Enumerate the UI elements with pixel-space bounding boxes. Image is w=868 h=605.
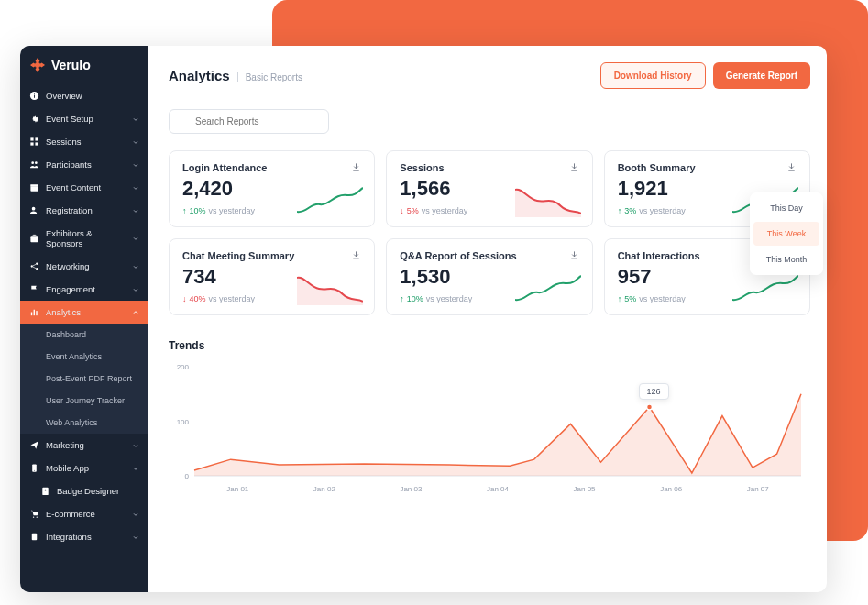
- svg-rect-7: [35, 142, 38, 145]
- sidebar-item-event-content[interactable]: Event Content: [20, 176, 148, 199]
- page-title: Analytics: [169, 68, 230, 83]
- chevron-down-icon: [132, 465, 139, 472]
- sidebar-item-registration[interactable]: Registration: [20, 199, 148, 222]
- svg-point-9: [35, 161, 38, 164]
- sidebar-item-badge-designer[interactable]: Badge Designer: [20, 479, 148, 502]
- sub-item-dashboard[interactable]: Dashboard: [20, 324, 148, 346]
- send-icon: [29, 440, 39, 450]
- kpi-card[interactable]: Login Attendance 2,420 ↑ 10% vs yesterda…: [169, 150, 375, 227]
- sidebar-item-networking[interactable]: Networking: [20, 255, 148, 278]
- sparkline-up-icon: [732, 274, 798, 305]
- svg-rect-27: [32, 534, 38, 540]
- chevron-down-icon: [132, 511, 139, 518]
- sidebar-item-sessions[interactable]: Sessions: [20, 130, 148, 153]
- svg-text:Jan 05: Jan 05: [574, 485, 597, 493]
- svg-point-25: [33, 516, 34, 517]
- sparkline-down-icon: [297, 274, 363, 305]
- svg-rect-19: [34, 310, 35, 315]
- svg-rect-14: [30, 236, 38, 242]
- share-icon: [29, 261, 39, 271]
- svg-text:200: 200: [177, 363, 190, 371]
- chevron-down-icon: [132, 534, 139, 541]
- popover-option-month[interactable]: This Month: [750, 248, 823, 271]
- sidebar-item-label: Participants: [46, 160, 126, 170]
- search-input[interactable]: [169, 109, 329, 134]
- sidebar-item-exhibitors[interactable]: Exhibitors & Sponsors: [20, 222, 148, 255]
- delta-pct: 5%: [407, 206, 419, 215]
- download-history-button[interactable]: Download History: [600, 62, 706, 89]
- people-icon: [29, 160, 39, 170]
- card-title: Chat Interactions: [618, 250, 700, 261]
- logo[interactable]: Verulo: [20, 46, 148, 84]
- sidebar-item-label: Badge Designer: [57, 486, 139, 496]
- chevron-down-icon: [132, 184, 139, 192]
- chevron-down-icon: [132, 263, 139, 270]
- svg-point-33: [647, 404, 653, 410]
- sidebar-item-label: Mobile App: [46, 463, 126, 473]
- delta-pct: 40%: [190, 294, 206, 303]
- info-icon: [29, 91, 39, 101]
- svg-text:Jan 07: Jan 07: [747, 485, 770, 493]
- sidebar-item-label: Networking: [46, 261, 126, 271]
- chevron-down-icon: [132, 116, 139, 123]
- svg-point-22: [34, 470, 35, 471]
- kpi-card[interactable]: Sessions 1,566 ↓ 5% vs yesterday: [386, 150, 592, 227]
- sidebar-item-overview[interactable]: Overview: [20, 84, 148, 107]
- sub-item-web-analytics[interactable]: Web Analytics: [20, 412, 148, 434]
- svg-point-26: [37, 516, 38, 517]
- delta-vs: vs yesterday: [209, 206, 256, 215]
- svg-text:Jan 06: Jan 06: [660, 485, 683, 493]
- svg-rect-5: [35, 138, 38, 140]
- sidebar-item-participants[interactable]: Participants: [20, 153, 148, 176]
- page-subtitle: Basic Reports: [237, 72, 302, 82]
- sidebar-item-marketing[interactable]: Marketing: [20, 434, 148, 456]
- sidebar-item-mobile-app[interactable]: Mobile App: [20, 456, 148, 479]
- sidebar-item-integrations[interactable]: Integrations: [20, 525, 148, 548]
- svg-text:Jan 04: Jan 04: [487, 485, 510, 493]
- sub-item-user-journey[interactable]: User Journey Tracker: [20, 390, 148, 412]
- kpi-card[interactable]: Q&A Report of Sessions 1,530 ↑ 10% vs ye…: [386, 238, 592, 315]
- download-icon[interactable]: [351, 250, 361, 260]
- kpi-card[interactable]: Chat Meeting Summary 734 ↓ 40% vs yester…: [169, 238, 375, 315]
- arrow-up-icon: ↑: [182, 206, 187, 215]
- chevron-down-icon: [132, 286, 139, 293]
- download-icon[interactable]: [786, 162, 797, 172]
- download-icon[interactable]: [569, 250, 579, 260]
- sidebar-item-analytics[interactable]: Analytics: [20, 301, 148, 324]
- delta-pct: 5%: [624, 294, 636, 303]
- flag-icon: [29, 284, 39, 294]
- svg-text:0: 0: [185, 472, 190, 480]
- download-icon[interactable]: [351, 162, 361, 172]
- sidebar-item-label: Exhibitors & Sponsors: [46, 228, 126, 248]
- svg-text:Jan 02: Jan 02: [313, 485, 336, 493]
- sub-item-post-event-pdf[interactable]: Post-Event PDF Report: [20, 368, 148, 390]
- svg-point-8: [31, 161, 34, 164]
- time-range-popover: This Day This Week This Month: [750, 192, 823, 275]
- arrow-up-icon: ↑: [400, 294, 404, 303]
- svg-point-16: [36, 263, 38, 265]
- popover-option-day[interactable]: This Day: [750, 196, 823, 220]
- delta-vs: vs yesterday: [426, 294, 473, 303]
- sidebar-item-ecommerce[interactable]: E-commerce: [20, 502, 148, 525]
- logo-icon: [29, 57, 46, 73]
- sub-item-event-analytics[interactable]: Event Analytics: [20, 346, 148, 368]
- badge-icon: [40, 486, 50, 496]
- download-icon[interactable]: [569, 162, 579, 172]
- trends-title: Trends: [169, 339, 810, 352]
- sidebar-item-engagement[interactable]: Engagement: [20, 278, 148, 301]
- popover-option-week[interactable]: This Week: [753, 222, 819, 246]
- person-add-icon: [29, 205, 39, 215]
- sidebar-item-label: Registration: [46, 205, 126, 215]
- sparkline-down-icon: [515, 186, 581, 217]
- svg-point-15: [31, 265, 33, 267]
- sidebar-item-label: Analytics: [46, 307, 126, 317]
- app-window: Verulo Overview Event Setup Sessions Par…: [20, 46, 827, 592]
- kpi-cards-grid: Login Attendance 2,420 ↑ 10% vs yesterda…: [169, 150, 810, 315]
- chevron-down-icon: [132, 138, 139, 146]
- generate-report-button[interactable]: Generate Report: [713, 62, 810, 89]
- sidebar-item-event-setup[interactable]: Event Setup: [20, 107, 148, 130]
- card-title: Q&A Report of Sessions: [400, 250, 516, 261]
- sidebar-item-label: Sessions: [46, 137, 126, 147]
- bars-icon: [29, 307, 39, 317]
- logo-text: Verulo: [51, 58, 91, 72]
